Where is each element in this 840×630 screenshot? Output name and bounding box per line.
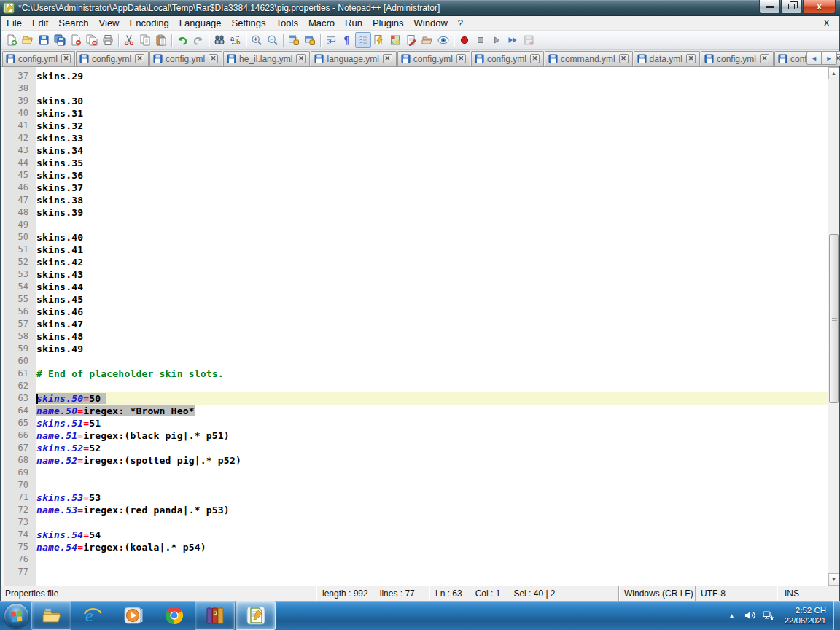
volume-tray-icon[interactable] — [740, 601, 759, 630]
scroll-down-button[interactable]: ▼ — [828, 573, 839, 586]
line-number-73[interactable]: 73 — [4, 516, 36, 529]
menu-item-search[interactable]: Search — [53, 16, 93, 31]
tab-scroll-left-button[interactable]: ◄ — [806, 52, 822, 65]
code-line-60[interactable] — [36, 355, 828, 368]
line-number-56[interactable]: 56 — [4, 306, 36, 318]
tab-scroll-right-button[interactable]: ► — [822, 52, 837, 65]
synchronize-vertical-scrolling-button[interactable] — [286, 32, 302, 48]
menu-item-window[interactable]: Window — [409, 16, 453, 31]
line-number-38[interactable]: 38 — [4, 82, 36, 95]
code-line-75[interactable]: name.54=iregex:(koala|.* p54) — [36, 541, 828, 553]
code-line-73[interactable] — [36, 516, 828, 529]
line-number-72[interactable]: 72 — [4, 504, 36, 516]
line-number-67[interactable]: 67 — [4, 442, 36, 454]
tab-close-icon[interactable]: ✕ — [619, 54, 629, 63]
line-number-60[interactable]: 60 — [4, 355, 36, 368]
line-number-74[interactable]: 74 — [4, 529, 36, 541]
code-line-54[interactable]: skins.44 — [36, 281, 828, 293]
line-number-64[interactable]: 64 — [4, 405, 36, 417]
code-line-39[interactable]: skins.30 — [36, 95, 828, 107]
tab-config.yml[interactable]: config.yml✕ — [471, 51, 544, 66]
code-line-55[interactable]: skins.45 — [36, 293, 828, 306]
save-all-button[interactable] — [52, 32, 68, 48]
line-number-42[interactable]: 42 — [4, 132, 36, 144]
document-map-button[interactable] — [387, 32, 403, 48]
code-line-59[interactable]: skins.49 — [36, 343, 828, 355]
line-number-68[interactable]: 68 — [4, 454, 36, 467]
tab-config.yml[interactable]: config.yml✕ — [149, 51, 222, 66]
line-number-76[interactable]: 76 — [4, 553, 36, 566]
line-number-48[interactable]: 48 — [4, 206, 36, 219]
line-number-45[interactable]: 45 — [4, 169, 36, 182]
tab-command.yml[interactable]: command.yml✕ — [545, 51, 633, 66]
menubar-close-x[interactable]: X — [820, 16, 833, 31]
code-line-42[interactable]: skins.33 — [36, 132, 828, 144]
code-line-61[interactable]: # End of placeholder skin slots. — [36, 368, 828, 380]
tab-close-icon[interactable]: ✕ — [686, 54, 696, 63]
menu-item-view[interactable]: View — [94, 16, 125, 31]
google-chrome-taskbar-button[interactable] — [154, 601, 194, 630]
menu-item-tools[interactable]: Tools — [271, 16, 303, 31]
replace-button[interactable] — [228, 32, 244, 48]
code-line-41[interactable]: skins.32 — [36, 120, 828, 132]
windows-explorer-taskbar-button[interactable] — [31, 601, 71, 630]
code-line-52[interactable]: skins.42 — [36, 256, 828, 268]
line-number-65[interactable]: 65 — [4, 417, 36, 429]
new-button[interactable] — [4, 32, 20, 48]
start-button[interactable] — [1, 602, 31, 629]
word-wrap-button[interactable] — [323, 32, 339, 48]
tab-config.yml[interactable]: config.yml✕ — [701, 51, 774, 66]
zoom-in-button[interactable] — [249, 32, 265, 48]
line-number-43[interactable]: 43 — [4, 144, 36, 157]
windows-media-player-taskbar-button[interactable] — [113, 601, 153, 630]
tab-config.yml[interactable]: config.yml✕ — [2, 51, 75, 66]
cut-button[interactable] — [121, 32, 137, 48]
notepad--taskbar-button[interactable] — [236, 601, 276, 630]
code-line-56[interactable]: skins.46 — [36, 306, 828, 318]
show-hidden-icons-button[interactable]: ▲ — [723, 612, 741, 619]
code-line-68[interactable]: name.52=iregex:(spotted pig|.* p52) — [36, 454, 828, 467]
close-all-button[interactable] — [84, 32, 100, 48]
code-line-62[interactable] — [36, 380, 828, 392]
code-line-72[interactable]: name.53=iregex:(red panda|.* p53) — [36, 504, 828, 516]
tab-close-icon[interactable]: ✕ — [760, 54, 769, 63]
tab-close-icon[interactable]: ✕ — [61, 54, 71, 63]
code-line-46[interactable]: skins.37 — [36, 182, 828, 194]
code-line-38[interactable] — [36, 82, 828, 95]
line-number-37[interactable]: 37 — [4, 70, 36, 82]
tab-close-icon[interactable]: ✕ — [530, 54, 540, 63]
code-line-74[interactable]: skins.54=54 — [36, 529, 828, 541]
close-button[interactable]: x — [803, 0, 836, 14]
code-line-43[interactable]: skins.34 — [36, 144, 828, 157]
save-button[interactable] — [36, 32, 52, 48]
tab-he_il.lang.yml[interactable]: he_il.lang.yml✕ — [223, 51, 310, 66]
code-view[interactable]: skins.29skins.30skins.31skins.32skins.33… — [36, 67, 828, 586]
line-number-71[interactable]: 71 — [4, 491, 36, 504]
redo-button[interactable] — [190, 32, 206, 48]
code-line-71[interactable]: skins.53=53 — [36, 491, 828, 504]
print-button[interactable] — [100, 32, 116, 48]
folder-as-workspace-button[interactable] — [419, 32, 435, 48]
code-line-53[interactable]: skins.43 — [36, 268, 828, 281]
menu-item-plugins[interactable]: Plugins — [368, 16, 409, 31]
tab-close-icon[interactable]: ✕ — [296, 54, 306, 63]
tab-config.yml[interactable]: config.yml✕ — [397, 51, 470, 66]
code-line-44[interactable]: skins.35 — [36, 157, 828, 169]
line-number-39[interactable]: 39 — [4, 95, 36, 107]
code-line-50[interactable]: skins.40 — [36, 231, 828, 244]
line-number-63[interactable]: 63 — [4, 392, 36, 405]
line-number-51[interactable]: 51 — [4, 244, 36, 256]
restore-button[interactable] — [781, 0, 802, 14]
code-line-47[interactable]: skins.38 — [36, 194, 828, 206]
code-line-65[interactable]: skins.51=51 — [36, 417, 828, 429]
code-line-67[interactable]: skins.52=52 — [36, 442, 828, 454]
tab-language.yml[interactable]: language.yml✕ — [311, 51, 396, 66]
code-line-57[interactable]: skins.47 — [36, 318, 828, 330]
internet-explorer-taskbar-button[interactable] — [72, 601, 112, 630]
line-number-75[interactable]: 75 — [4, 541, 36, 553]
scroll-up-button[interactable]: ▲ — [828, 67, 839, 79]
code-line-66[interactable]: name.51=iregex:(black pig|.* p51) — [36, 429, 828, 442]
playback-button[interactable] — [489, 32, 505, 48]
line-number-54[interactable]: 54 — [4, 281, 36, 293]
code-line-48[interactable]: skins.39 — [36, 206, 828, 219]
